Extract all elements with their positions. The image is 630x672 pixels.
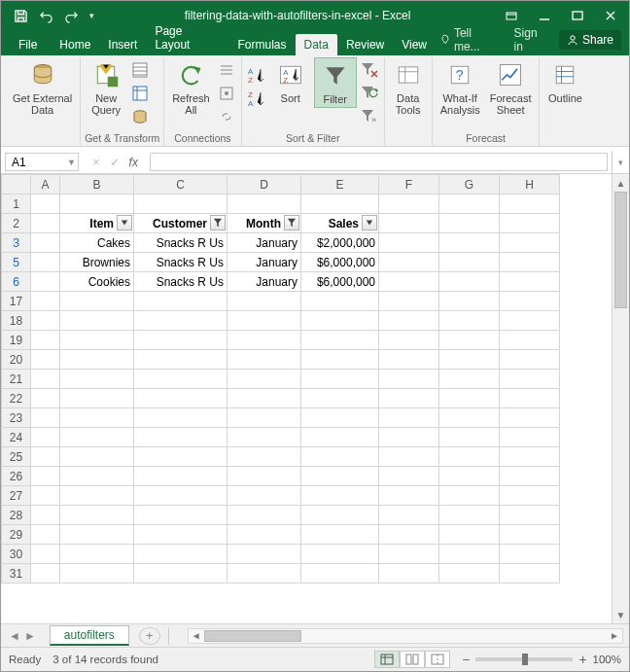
filter-button[interactable]: Filter [314, 57, 357, 108]
cell-A30[interactable] [31, 545, 60, 564]
cell-C31[interactable] [134, 564, 228, 584]
save-icon[interactable] [9, 4, 32, 27]
cell-A29[interactable] [31, 525, 60, 545]
cell-C29[interactable] [134, 525, 228, 545]
tab-file[interactable]: File [5, 34, 51, 55]
cell-F22[interactable] [379, 389, 439, 408]
tab-view[interactable]: View [393, 34, 436, 55]
col-header-H[interactable]: H [500, 175, 560, 195]
cell-E25[interactable] [301, 447, 379, 467]
zoom-slider[interactable] [475, 657, 573, 661]
cell-D28[interactable] [228, 506, 301, 525]
cell-H17[interactable] [500, 292, 560, 311]
cell-E23[interactable] [301, 408, 379, 428]
cell-C20[interactable] [134, 350, 228, 370]
forecast-sheet-button[interactable]: Forecast Sheet [486, 57, 536, 118]
cell-C26[interactable] [134, 467, 228, 486]
outline-button[interactable]: Outline [543, 57, 586, 106]
cell-E26[interactable] [301, 467, 379, 486]
cell-F30[interactable] [379, 545, 439, 564]
cell-B24[interactable] [60, 428, 134, 447]
cell-E6[interactable]: $6,000,000 [301, 272, 379, 292]
row-header-20[interactable]: 20 [2, 350, 31, 370]
data-tools-button[interactable]: Data Tools [389, 57, 428, 118]
scroll-right-icon[interactable]: ► [607, 629, 622, 643]
cell-C6[interactable]: Snacks R Us [134, 272, 228, 292]
cell-C1[interactable] [134, 195, 228, 214]
cell-A18[interactable] [31, 311, 60, 331]
cell-H1[interactable] [500, 195, 560, 214]
cell-D27[interactable] [228, 486, 301, 506]
cell-G1[interactable] [439, 195, 500, 214]
cell-F24[interactable] [379, 428, 439, 447]
cell-D26[interactable] [228, 467, 301, 486]
cell-G31[interactable] [439, 564, 500, 584]
cell-F25[interactable] [379, 447, 439, 467]
cell-E24[interactable] [301, 428, 379, 447]
cell-D17[interactable] [228, 292, 301, 311]
zoom-in-icon[interactable]: + [578, 652, 586, 667]
cell-D31[interactable] [228, 564, 301, 584]
row-header-31[interactable]: 31 [2, 564, 31, 584]
chevron-down-icon[interactable]: ▼ [67, 158, 76, 167]
cell-C3[interactable]: Snacks R Us [134, 233, 228, 253]
col-header-A[interactable]: A [31, 175, 60, 195]
cell-E21[interactable] [301, 370, 379, 389]
cell-B25[interactable] [60, 447, 134, 467]
row-header-26[interactable]: 26 [2, 467, 31, 486]
connections-icon[interactable] [216, 59, 237, 81]
row-header-19[interactable]: 19 [2, 331, 31, 350]
cell-H19[interactable] [500, 331, 560, 350]
cell-A2[interactable] [31, 214, 60, 233]
row-header-22[interactable]: 22 [2, 389, 31, 408]
cell-G21[interactable] [439, 370, 500, 389]
cell-D25[interactable] [228, 447, 301, 467]
scroll-down-icon[interactable]: ▼ [612, 606, 629, 623]
cell-G19[interactable] [439, 331, 500, 350]
cell-A20[interactable] [31, 350, 60, 370]
cell-H29[interactable] [500, 525, 560, 545]
cell-G5[interactable] [439, 253, 500, 272]
cell-E18[interactable] [301, 311, 379, 331]
cell-E17[interactable] [301, 292, 379, 311]
tab-page-layout[interactable]: Page Layout [146, 20, 228, 55]
tab-home[interactable]: Home [51, 34, 99, 55]
cell-H3[interactable] [500, 233, 560, 253]
cell-D2[interactable]: Month [228, 214, 301, 233]
cell-B27[interactable] [60, 486, 134, 506]
cell-B17[interactable] [60, 292, 134, 311]
cell-B23[interactable] [60, 408, 134, 428]
cell-F5[interactable] [379, 253, 439, 272]
cell-F6[interactable] [379, 272, 439, 292]
get-external-data-button[interactable]: Get External Data [9, 57, 76, 118]
cell-G3[interactable] [439, 233, 500, 253]
cell-E19[interactable] [301, 331, 379, 350]
properties-icon[interactable] [216, 83, 237, 104]
cell-A1[interactable] [31, 195, 60, 214]
cell-G27[interactable] [439, 486, 500, 506]
cell-C18[interactable] [134, 311, 228, 331]
cell-B30[interactable] [60, 545, 134, 564]
cell-C21[interactable] [134, 370, 228, 389]
sort-az-icon[interactable]: AZ [246, 65, 267, 87]
cell-E22[interactable] [301, 389, 379, 408]
edit-links-icon[interactable] [216, 106, 237, 127]
cell-C25[interactable] [134, 447, 228, 467]
filter-dropdown-item[interactable] [117, 215, 132, 230]
cell-F26[interactable] [379, 467, 439, 486]
select-all-corner[interactable] [2, 175, 31, 195]
cell-B1[interactable] [60, 195, 134, 214]
cell-B28[interactable] [60, 506, 134, 525]
tab-formulas[interactable]: Formulas [229, 34, 296, 55]
cell-D19[interactable] [228, 331, 301, 350]
cell-F17[interactable] [379, 292, 439, 311]
cell-F20[interactable] [379, 350, 439, 370]
cell-D5[interactable]: January [228, 253, 301, 272]
cell-A19[interactable] [31, 331, 60, 350]
cell-D3[interactable]: January [228, 233, 301, 253]
view-page-layout-icon[interactable] [400, 651, 425, 668]
cell-H25[interactable] [500, 447, 560, 467]
cell-A6[interactable] [31, 272, 60, 292]
cell-A5[interactable] [31, 253, 60, 272]
cell-D22[interactable] [228, 389, 301, 408]
